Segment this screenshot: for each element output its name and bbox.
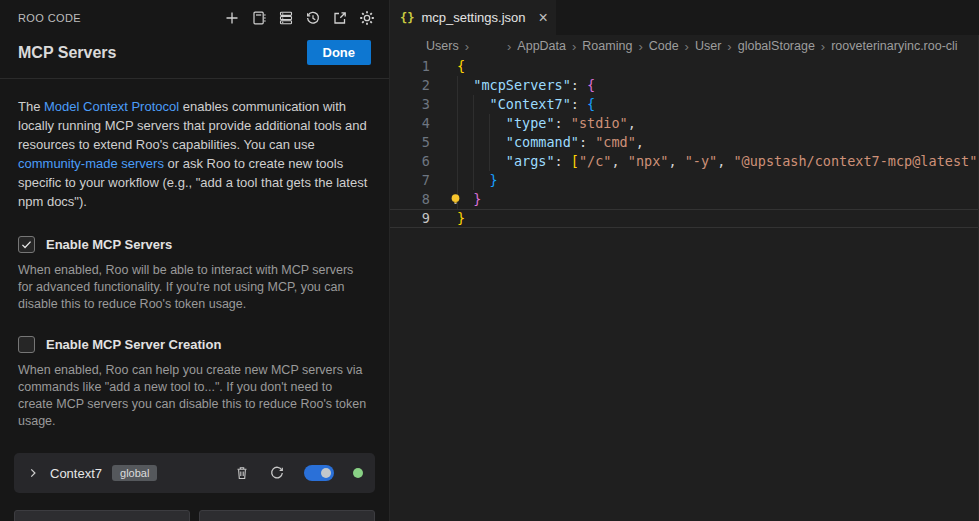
- breadcrumb-item[interactable]: User: [695, 39, 721, 53]
- mcp-page-header: MCP Servers Done: [0, 30, 389, 79]
- line-number: 4: [390, 114, 430, 133]
- server-enabled-toggle[interactable]: [304, 465, 334, 481]
- edit-project-mcp-button[interactable]: Edit Project MCP: [199, 510, 375, 521]
- line-number: 1: [390, 57, 430, 76]
- server-actions: [234, 465, 363, 481]
- mcp-settings-content: The Model Context Protocol enables commu…: [0, 79, 389, 521]
- code-line: 6 "args": ["/c", "npx", "-y", "@upstash/…: [390, 152, 979, 171]
- server-card-context7: Context7 global: [14, 453, 375, 493]
- notebook-icon[interactable]: [250, 9, 267, 26]
- app-window: ROO CODE: [0, 0, 979, 521]
- breadcrumb-separator-icon: ›: [821, 39, 825, 54]
- breadcrumb-item[interactable]: Users: [426, 39, 459, 53]
- code-line: 8 }: [390, 190, 979, 209]
- extension-title: ROO CODE: [18, 12, 81, 24]
- breadcrumb-separator-icon: ›: [465, 39, 469, 54]
- line-number: 7: [390, 171, 430, 190]
- code-line: 3 "Context7": {: [390, 95, 979, 114]
- json-file-icon: {}: [400, 11, 414, 25]
- breadcrumb-item[interactable]: AppData: [517, 39, 566, 53]
- sidebar-toolbar: [223, 9, 375, 26]
- enable-mcp-servers-checkbox[interactable]: [18, 236, 35, 253]
- code-text: "args": ["/c", "npx", "-y", "@upstash/co…: [430, 152, 979, 171]
- enable-mcp-servers-label: Enable MCP Servers: [46, 237, 172, 252]
- line-number: 8: [390, 190, 430, 209]
- done-button[interactable]: Done: [307, 40, 372, 65]
- server-status-dot: [353, 468, 363, 478]
- breadcrumb: Users››AppData›Roaming›Code›User›globalS…: [390, 35, 979, 57]
- enable-mcp-servers-description: When enabled, Roo will be able to intera…: [18, 262, 371, 313]
- open-in-editor-icon[interactable]: [331, 9, 348, 26]
- enable-mcp-creation-row: Enable MCP Server Creation: [18, 336, 371, 353]
- lightbulb-icon[interactable]: [448, 192, 463, 207]
- gear-icon[interactable]: [358, 9, 375, 26]
- doc-link[interactable]: Model Context Protocol: [44, 99, 179, 114]
- tab-bar: {} mcp_settings.json ×: [390, 0, 979, 35]
- tab-mcp-settings-json[interactable]: {} mcp_settings.json ×: [390, 0, 556, 35]
- history-icon[interactable]: [304, 9, 321, 26]
- code-text: "command": "cmd",: [430, 133, 644, 152]
- code-text: "Context7": {: [430, 95, 595, 114]
- chevron-right-icon: [26, 466, 40, 480]
- code-text: }: [430, 171, 498, 190]
- close-icon[interactable]: ×: [539, 10, 548, 26]
- breadcrumb-separator-icon: ›: [727, 39, 731, 54]
- breadcrumb-separator-icon: ›: [638, 39, 642, 54]
- breadcrumb-separator-icon: ›: [507, 39, 511, 54]
- code-text: "mcpServers": {: [430, 76, 595, 95]
- line-number: 9: [390, 209, 430, 228]
- enable-mcp-creation-label: Enable MCP Server Creation: [46, 337, 221, 352]
- description-text: The: [18, 99, 44, 114]
- server-scope-badge: global: [112, 465, 157, 481]
- breadcrumb-item[interactable]: rooveterinaryinc.roo-cli: [831, 39, 957, 53]
- enable-mcp-creation-description: When enabled, Roo can help you create ne…: [18, 362, 371, 430]
- trash-icon[interactable]: [234, 465, 250, 481]
- code-editor[interactable]: 1{2 "mcpServers": {3 "Context7": {4 "typ…: [390, 57, 979, 521]
- mcp-description: The Model Context Protocol enables commu…: [18, 97, 371, 211]
- line-number: 3: [390, 95, 430, 114]
- server-name: Context7: [50, 466, 102, 481]
- enable-mcp-creation-checkbox[interactable]: [18, 336, 35, 353]
- code-text: }: [430, 209, 465, 228]
- tab-label: mcp_settings.json: [421, 10, 525, 25]
- sidebar-header: ROO CODE: [0, 0, 389, 30]
- breadcrumb-item[interactable]: globalStorage: [738, 39, 815, 53]
- code-line: 1{: [390, 57, 979, 76]
- code-line: 9}: [390, 209, 979, 228]
- edit-project-mcp-label: Edit Project MCP: [246, 518, 351, 521]
- breadcrumb-item[interactable]: Code: [649, 39, 679, 53]
- server-expand-row[interactable]: Context7 global: [26, 465, 234, 481]
- enable-mcp-servers-row: Enable MCP Servers: [18, 236, 371, 253]
- plus-icon[interactable]: [223, 9, 240, 26]
- edit-global-mcp-label: Edit Global MCP: [62, 518, 163, 521]
- code-line: 4 "type": "stdio",: [390, 114, 979, 133]
- code-text: "type": "stdio",: [430, 114, 636, 133]
- roo-code-sidebar: ROO CODE: [0, 0, 390, 521]
- toggle-knob: [321, 468, 331, 478]
- breadcrumb-separator-icon: ›: [685, 39, 689, 54]
- code-line: 2 "mcpServers": {: [390, 76, 979, 95]
- line-number: 6: [390, 152, 430, 171]
- line-number: 5: [390, 133, 430, 152]
- code-line: 7 }: [390, 171, 979, 190]
- edit-buttons-row: Edit Global MCP Edit Project MCP: [14, 510, 375, 521]
- edit-global-mcp-button[interactable]: Edit Global MCP: [14, 510, 190, 521]
- page-title: MCP Servers: [18, 44, 116, 62]
- line-number: 2: [390, 76, 430, 95]
- editor-group: {} mcp_settings.json × Users››AppData›Ro…: [390, 0, 979, 521]
- code-line: 5 "command": "cmd",: [390, 133, 979, 152]
- code-text: {: [430, 57, 465, 76]
- restart-icon[interactable]: [269, 465, 285, 481]
- breadcrumb-item[interactable]: Roaming: [582, 39, 632, 53]
- doc-link[interactable]: community-made servers: [18, 156, 164, 171]
- mcp-server-icon[interactable]: [277, 9, 294, 26]
- breadcrumb-separator-icon: ›: [572, 39, 576, 54]
